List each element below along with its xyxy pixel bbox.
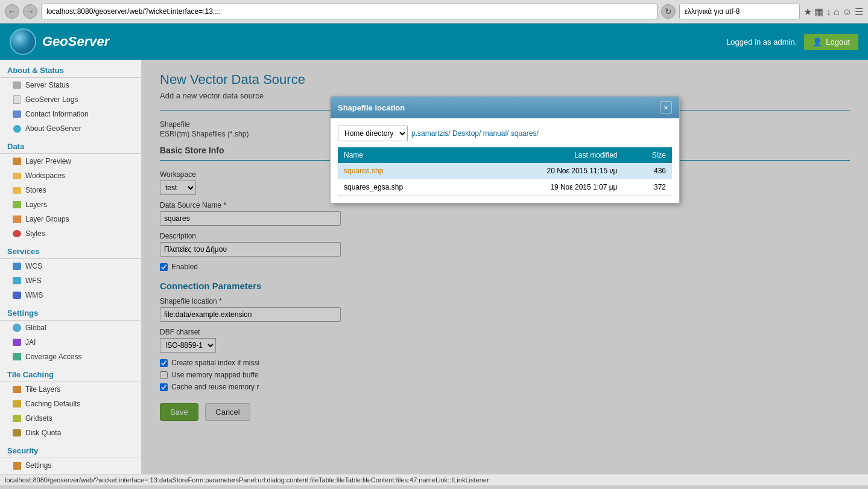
path-breadcrumb: p.samartzis/ Desktop/ manual/ squares/ (411, 129, 539, 138)
sidebar-item-label: Settings (25, 461, 51, 470)
sidebar: About & Status Server Status GeoServer L… (0, 60, 142, 474)
gridsets-icon (12, 414, 22, 423)
back-button[interactable]: ← (5, 4, 19, 19)
logo-globe (10, 28, 36, 55)
refresh-button[interactable]: ↻ (661, 4, 676, 19)
logo-text: GeoServer (42, 34, 109, 50)
col-name: Name (338, 147, 470, 163)
table-row[interactable]: squares.shp20 Νοε 2015 11:15 νμ436 (338, 163, 672, 179)
logout-button[interactable]: 👤 Logout (804, 34, 858, 50)
search-bar[interactable] (679, 4, 800, 19)
sidebar-item-label: Gridsets (25, 414, 52, 423)
forward-button[interactable]: → (23, 4, 37, 19)
sidebar-item-caching-defaults[interactable]: Caching Defaults (0, 397, 141, 411)
file-table-header: Name Last modified Size (338, 147, 672, 163)
sidebar-item-label: Global (25, 324, 46, 332)
sidebar-item-workspaces[interactable]: Workspaces (0, 168, 141, 183)
diskquota-icon (12, 428, 22, 438)
sidebar-item-security-settings[interactable]: Settings (0, 458, 141, 473)
logged-in-text: Logged in as admin. (726, 37, 797, 46)
file-table-header-row: Name Last modified Size (338, 147, 672, 163)
sidebar-item-wms[interactable]: WMS (0, 288, 141, 302)
sidebar-item-label: Layers (25, 200, 47, 209)
sidebar-section-data: Data (0, 136, 141, 154)
file-link[interactable]: squares.shp (344, 167, 383, 175)
jai-icon (12, 337, 22, 347)
sidebar-item-layers[interactable]: Layers (0, 197, 141, 212)
sidebar-item-label: Coverage Access (25, 353, 81, 361)
sidebar-item-label: WCS (25, 262, 42, 270)
modal-title: Shapefile location (338, 103, 405, 112)
sidebar-section-services: Services (0, 241, 141, 259)
caching-icon (12, 399, 22, 409)
sidebar-item-jai[interactable]: JAI (0, 335, 141, 350)
global-icon (12, 323, 22, 333)
sidebar-section-settings: Settings (0, 302, 141, 321)
modal-overlay: Shapefile location × Home directoryData … (142, 60, 868, 474)
sidebar-item-label: Tile Layers (25, 385, 60, 394)
sidebar-item-label: Contact Information (25, 110, 89, 118)
sidebar-item-layer-groups[interactable]: Layer Groups (0, 212, 141, 226)
server-icon (12, 80, 22, 90)
status-bar: localhost:8080/geoserver/web/?wicket:int… (0, 474, 868, 485)
file-size-cell: 372 (624, 179, 672, 196)
logout-icon: 👤 (813, 37, 822, 46)
file-name-cell[interactable]: squares.shp (338, 163, 470, 179)
file-date-cell: 19 Νοε 2015 1:07 μμ (470, 179, 623, 196)
file-size-cell: 436 (624, 163, 672, 179)
url-bar[interactable] (41, 4, 657, 19)
sidebar-item-tile-layers[interactable]: Tile Layers (0, 382, 141, 397)
path-row: Home directoryData directoryRoot p.samar… (338, 126, 672, 141)
col-size: Size (624, 147, 672, 163)
folder-icon (12, 171, 22, 181)
location-select[interactable]: Home directoryData directoryRoot (338, 126, 408, 141)
file-table: Name Last modified Size squares.shp20 Νο… (338, 147, 672, 196)
sidebar-section-about: About & Status (0, 60, 141, 78)
sidebar-item-label: Workspaces (25, 171, 65, 180)
table-row[interactable]: squares_egsa.shp19 Νοε 2015 1:07 μμ372 (338, 179, 672, 196)
sidebar-section-security: Security (0, 440, 141, 458)
sidebar-item-gridsets[interactable]: Gridsets (0, 411, 141, 426)
contact-icon (12, 109, 22, 119)
preview-icon (12, 156, 22, 166)
coverage-icon (12, 352, 22, 362)
sidebar-item-geoserver-logs[interactable]: GeoServer Logs (0, 92, 141, 107)
sidebar-item-server-status[interactable]: Server Status (0, 78, 141, 92)
logo-area: GeoServer (10, 28, 109, 55)
sidebar-item-label: About GeoServer (25, 124, 81, 133)
sidebar-item-disk-quota[interactable]: Disk Quota (0, 426, 141, 440)
modal-header: Shapefile location × (331, 97, 679, 118)
styles-icon (12, 229, 22, 238)
modal-close-button[interactable]: × (660, 101, 672, 113)
app-wrapper: GeoServer Logged in as admin. 👤 Logout A… (0, 24, 868, 485)
sidebar-item-label: Layer Groups (25, 215, 69, 223)
sidebar-item-wfs[interactable]: WFS (0, 273, 141, 288)
sidebar-item-label: Caching Defaults (25, 400, 80, 408)
sidebar-item-wcs[interactable]: WCS (0, 259, 141, 273)
shapefile-location-modal: Shapefile location × Home directoryData … (330, 96, 680, 203)
sidebar-item-styles[interactable]: Styles (0, 226, 141, 241)
status-text: localhost:8080/geoserver/web/?wicket:int… (5, 476, 491, 484)
header-right: Logged in as admin. 👤 Logout (726, 34, 858, 50)
sidebar-item-layer-preview[interactable]: Layer Preview (0, 154, 141, 168)
sidebar-item-label: WMS (25, 291, 43, 299)
sidebar-item-coverage-access[interactable]: Coverage Access (0, 350, 141, 364)
wcs-icon (12, 261, 22, 271)
settings-sec-icon (12, 461, 22, 470)
file-table-body: squares.shp20 Νοε 2015 11:15 νμ436square… (338, 163, 672, 196)
sidebar-section-tile-caching: Tile Caching (0, 364, 141, 382)
sidebar-item-label: WFS (25, 276, 42, 285)
main-area: About & Status Server Status GeoServer L… (0, 60, 868, 474)
wms-icon (12, 290, 22, 300)
sidebar-item-label: Styles (25, 229, 45, 238)
sidebar-item-global[interactable]: Global (0, 321, 141, 335)
sidebar-item-label: Server Status (25, 81, 69, 89)
sidebar-item-contact-information[interactable]: Contact Information (0, 107, 141, 121)
sidebar-item-stores[interactable]: Stores (0, 183, 141, 197)
file-name-cell: squares_egsa.shp (338, 179, 470, 196)
sidebar-item-about-geoserver[interactable]: About GeoServer (0, 121, 141, 136)
col-last-modified: Last modified (470, 147, 623, 163)
file-date-cell: 20 Νοε 2015 11:15 νμ (470, 163, 623, 179)
doc-icon (12, 95, 22, 104)
sidebar-item-label: Layer Preview (25, 157, 71, 165)
